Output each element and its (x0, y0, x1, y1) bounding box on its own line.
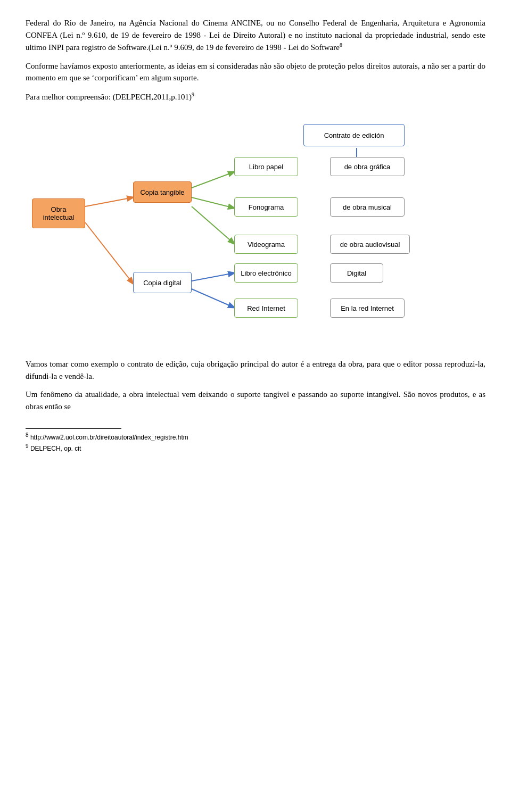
fn9-label: 9 (26, 443, 29, 449)
de-obra-audiovisual-box: de obra audiovisual (330, 235, 410, 254)
svg-line-3 (192, 172, 234, 188)
footnote-8: 8 http://www2.uol.com.br/direitoautoral/… (26, 432, 485, 441)
svg-line-4 (192, 197, 234, 208)
videograma-box: Videograma (234, 235, 298, 254)
digital-box: Digital (330, 263, 383, 283)
paragraph-1: Federal do Rio de Janeiro, na Agência Na… (26, 17, 485, 54)
copia-digital-box: Copia digital (133, 272, 192, 293)
paragraph-1-text: Federal do Rio de Janeiro, na Agência Na… (26, 19, 485, 52)
fn8-label: 8 (26, 432, 29, 438)
paragraph-3-text: Para melhor compreensão: (DELPECH,2011,p… (26, 93, 192, 101)
fn8-text: http://www2.uol.com.br/direitoautoral/in… (30, 434, 188, 441)
svg-line-1 (85, 197, 133, 206)
svg-line-2 (85, 222, 133, 284)
de-obra-grafica-box: de obra gráfica (330, 157, 405, 176)
svg-line-6 (192, 273, 234, 281)
svg-line-7 (192, 289, 234, 308)
red-internet-box: Red Internet (234, 299, 298, 318)
paragraph-2: Conforme havíamos exposto anteriormente,… (26, 60, 485, 84)
de-obra-musical-box: de obra musical (330, 197, 405, 217)
libro-electronico-box: Libro electrônico (234, 263, 298, 283)
diagram-container: Contrato de edición Obra intelectual Cop… (27, 119, 484, 342)
obra-box: Obra intelectual (32, 198, 85, 228)
paragraph-3: Para melhor compreensão: (DELPECH,2011,p… (26, 90, 485, 103)
copia-tangible-box: Copia tangible (133, 181, 192, 203)
paragraph-5-text: Um fenômeno da atualidade, a obra intele… (26, 388, 485, 412)
footnote-ref-8: 8 (340, 42, 342, 48)
paragraph-4-text: Vamos tomar como exemplo o contrato de e… (26, 358, 485, 382)
footnote-divider (26, 428, 121, 429)
libro-papel-box: Libro papel (234, 157, 298, 176)
paragraph-4: Vamos tomar como exemplo o contrato de e… (26, 358, 485, 382)
footnote-9: 9 DELPECH, op. cit (26, 443, 485, 452)
contrato-box: Contrato de edición (303, 124, 405, 146)
fn9-text: DELPECH, op. cit (30, 445, 81, 452)
en-la-red-internet-box: En la red Internet (330, 299, 405, 318)
paragraph-5: Um fenômeno da atualidade, a obra intele… (26, 388, 485, 412)
paragraph-2-text: Conforme havíamos exposto anteriormente,… (26, 60, 485, 84)
fonograma-box: Fonograma (234, 197, 298, 217)
footnote-ref-9: 9 (192, 92, 194, 97)
svg-line-5 (192, 206, 234, 244)
